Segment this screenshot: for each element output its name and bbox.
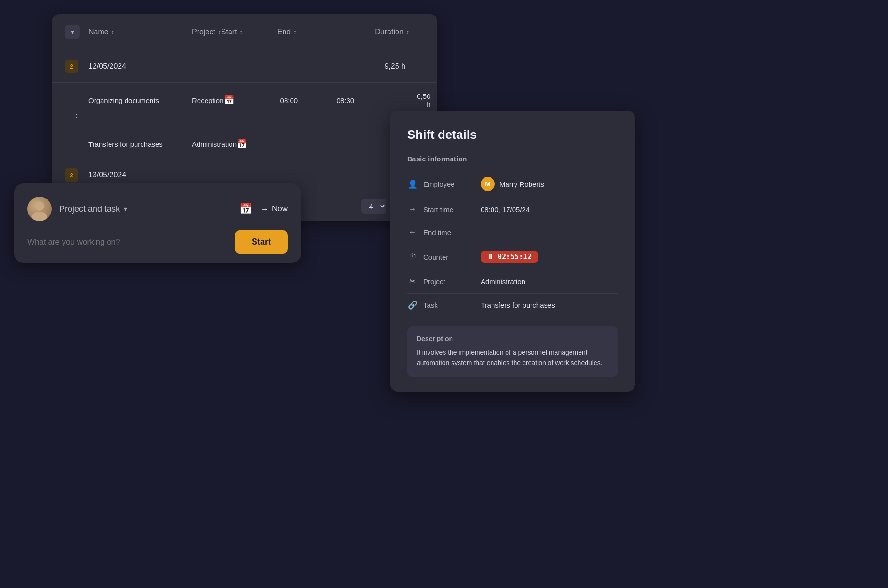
calendar-icon-1[interactable]: 📅 [224, 95, 280, 105]
svg-point-1 [32, 212, 47, 221]
duration-sort-icon[interactable]: ↕ [406, 29, 409, 35]
arrow-right-icon: → [260, 204, 269, 215]
selector-chevron-icon: ▾ [124, 205, 127, 213]
now-button[interactable]: → Now [260, 204, 288, 215]
counter-key: Counter [423, 253, 475, 261]
total-duration-1: 9,25 h [330, 62, 405, 71]
end-time-row: ← End time [407, 221, 618, 244]
end-time-icon: ← [407, 228, 418, 237]
col-end: End ↕ [278, 28, 334, 36]
employee-row: 👤 Employee M Marry Roberts [407, 170, 618, 198]
counter-badge[interactable]: ⏸ 02:55:12 [481, 251, 538, 263]
timer-input-row: Start [27, 230, 288, 254]
task-project-2: Administration [192, 140, 237, 148]
start-time-row: → Start time 08:00, 17/05/24 [407, 198, 618, 221]
shift-details-title: Shift details [407, 127, 618, 142]
project-key: Project [423, 278, 475, 286]
timer-top: Project and task ▾ 📅 → Now [27, 197, 288, 221]
user-avatar [27, 197, 52, 221]
task-info-row: 🔗 Task Transfers for purchases [407, 294, 618, 317]
task-row-2: Transfers for purchases Administration 📅 [52, 129, 437, 159]
start-time-1: 08:00 [280, 96, 337, 104]
date-row-1: 2 12/05/2024 9,25 h [52, 50, 437, 83]
task-project-1: Reception [192, 96, 224, 104]
col-start: Start ↕ [221, 28, 278, 36]
duration-1: 0,50 h [412, 92, 431, 108]
end-sort-icon[interactable]: ↕ [293, 29, 296, 35]
project-icon: ✂ [407, 277, 418, 286]
description-section: Description It involves the implementati… [407, 326, 618, 377]
col-name: Name ↕ [88, 28, 192, 36]
start-time-key: Start time [423, 206, 475, 214]
calendar-button[interactable]: 📅 [239, 203, 252, 215]
pause-icon: ⏸ [487, 253, 494, 261]
expand-collapse-button[interactable]: ▾ [65, 25, 80, 39]
task-name-1: Organizing documents [88, 96, 192, 104]
start-time-value: 08:00, 17/05/24 [481, 206, 530, 214]
counter-icon: ⏱ [407, 252, 418, 262]
task-name-2: Transfers for purchases [88, 140, 192, 148]
col-project: Project ↕ [192, 28, 221, 36]
date-badge-1: 2 [65, 60, 78, 73]
table-header: ▾ Name ↕ Project ↕ Start ↕ End ↕ Duratio… [52, 14, 437, 50]
project-selector-label: Project and task [59, 204, 120, 214]
counter-value: ⏸ 02:55:12 [481, 251, 538, 263]
counter-row: ⏱ Counter ⏸ 02:55:12 [407, 244, 618, 270]
name-sort-icon[interactable]: ↕ [111, 29, 114, 35]
description-label: Description [417, 335, 609, 342]
start-timer-button[interactable]: Start [235, 230, 288, 254]
shift-details-card: Shift details Basic information 👤 Employ… [390, 111, 635, 392]
date-badge-2: 2 [65, 168, 78, 182]
task-key: Task [423, 301, 475, 309]
employee-avatar-badge: M [481, 177, 495, 191]
task-value: Transfers for purchases [481, 301, 555, 309]
per-page-select[interactable]: 4 [361, 199, 386, 214]
date-2: 13/05/2024 [88, 171, 330, 179]
calendar-icon-2[interactable]: 📅 [237, 139, 293, 149]
timer-controls: 📅 → Now [239, 203, 288, 215]
project-value: Administration [481, 278, 525, 286]
start-sort-icon[interactable]: ↕ [240, 29, 243, 35]
basic-info-label: Basic information [407, 155, 618, 163]
employee-icon: 👤 [407, 179, 418, 189]
task-icon: 🔗 [407, 300, 418, 310]
svg-point-0 [35, 201, 44, 211]
employee-key: Employee [423, 180, 475, 188]
task-row-1: Organizing documents Reception 📅 08:00 0… [52, 83, 437, 129]
end-time-key: End time [423, 229, 475, 237]
date-1: 12/05/2024 [88, 62, 330, 71]
start-time-icon: → [407, 205, 418, 214]
employee-value: M Marry Roberts [481, 177, 544, 191]
project-row: ✂ Project Administration [407, 270, 618, 294]
timer-card: Project and task ▾ 📅 → Now Start [14, 183, 301, 263]
end-time-1: 08:30 [337, 96, 412, 104]
more-button-1[interactable]: ⋮ [65, 108, 88, 119]
calendar-icon: 📅 [239, 203, 252, 215]
col-duration: Duration ↕ [334, 28, 409, 36]
description-text: It involves the implementation of a pers… [417, 347, 609, 368]
project-task-selector[interactable]: Project and task ▾ [59, 204, 232, 214]
work-description-input[interactable] [27, 236, 229, 249]
